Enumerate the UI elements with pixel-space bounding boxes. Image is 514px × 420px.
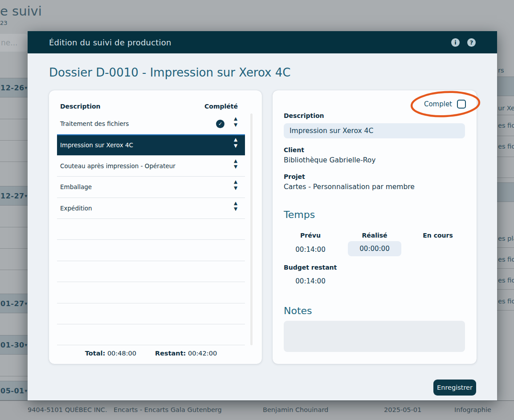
actual-time-input[interactable] <box>348 241 401 256</box>
planned-column-header: Prévu <box>284 232 337 239</box>
row-divider <box>0 248 28 249</box>
row-divider <box>0 270 28 270</box>
background-page-title: e suivi <box>0 4 42 19</box>
row-divider <box>0 227 28 227</box>
move-up-button[interactable]: ▲ <box>234 116 237 121</box>
row-divider <box>0 119 28 119</box>
list-item-empty <box>57 324 245 345</box>
date-group-label: 01-30 <box>0 341 24 349</box>
step-label: Impression sur Xerox 4C <box>57 141 133 149</box>
chevron-down-icon: ▾ <box>24 301 27 307</box>
move-down-button[interactable]: ▼ <box>234 206 237 212</box>
move-down-button[interactable]: ▼ <box>234 122 237 128</box>
edit-tracking-dialog: Édition du suivi de production i ? Dossi… <box>28 31 497 400</box>
date-group-row <box>496 182 514 202</box>
cell-company: 9404-5101 QUÉBEC INC. <box>28 406 107 413</box>
date-group-row[interactable]: 01-27 ▾ <box>0 294 28 313</box>
table-cell-fragment: es fich <box>498 298 514 305</box>
row-divider <box>496 136 514 136</box>
list-item[interactable]: Traitement des fichiers ✓ ▲ ▼ <box>57 113 245 134</box>
remaining-time: Restant: 00:42:00 <box>155 350 217 357</box>
move-up-button[interactable]: ▲ <box>234 201 237 206</box>
move-up-button[interactable]: ▲ <box>234 158 237 164</box>
notes-textarea[interactable] <box>284 321 465 352</box>
chevron-down-icon: ▾ <box>24 85 27 91</box>
move-down-button[interactable]: ▼ <box>234 164 237 170</box>
table-cell-fragment: es pla <box>498 235 514 242</box>
remaining-label: Restant: <box>155 350 186 357</box>
move-up-button[interactable]: ▲ <box>234 179 237 185</box>
table-cell-fragment: ur Xer <box>498 105 514 112</box>
step-label: Traitement des fichiers <box>57 120 129 127</box>
chevron-down-icon: ▾ <box>24 193 27 199</box>
date-group-row[interactable]: 12-27 ▾ <box>0 186 28 206</box>
list-item-empty <box>57 303 245 324</box>
remaining-value: 00:42:00 <box>188 350 217 357</box>
step-label: Couteau après impression - Opérateur <box>57 162 175 170</box>
table-cell-fragment: es fich <box>498 122 514 129</box>
step-label: Expédition <box>57 205 92 212</box>
table-row: 9404-5101 QUÉBEC INC. Encarts - Encarts … <box>0 400 514 420</box>
cell-person: Benjamin Chouinard <box>263 406 328 413</box>
notes-section-heading: Notes <box>284 305 312 316</box>
cell-date: 2025-05-01 <box>384 406 421 413</box>
date-group-row[interactable]: 12-26 ▾ <box>0 78 28 97</box>
list-item-selected[interactable]: Impression sur Xerox 4C ▲ ▼ <box>57 134 245 155</box>
column-header-complete: Complété <box>204 103 238 110</box>
table-cell-fragment: es fich <box>498 256 514 263</box>
cell-project: Encarts - Encarts Gala Gutenberg <box>114 406 222 413</box>
in-progress-column-header: En cours <box>411 232 465 239</box>
page-title: Dossier D-0010 - Impression sur Xerox 4C <box>49 66 290 79</box>
details-panel: Complet Description Client Bibliothèque … <box>273 90 477 364</box>
list-item-empty <box>57 282 245 303</box>
time-section-heading: Temps <box>284 209 315 220</box>
row-divider <box>0 162 28 162</box>
background-search-input[interactable] <box>0 34 28 52</box>
save-button[interactable]: Enregistrer <box>433 380 476 396</box>
list-item[interactable]: Couteau après impression - Opérateur ▲ ▼ <box>57 156 245 177</box>
list-item[interactable]: Expédition ▲ ▼ <box>57 198 245 219</box>
column-header-description: Description <box>60 103 101 110</box>
total-label: Total: <box>85 350 105 357</box>
project-value: Cartes - Personnalisation par membre <box>284 183 415 191</box>
list-item-empty <box>57 261 245 282</box>
date-group-label: 12-26 <box>0 84 24 92</box>
client-value: Bibliothèque Gabrielle-Roy <box>284 156 375 164</box>
table-cell-fragment: es fich <box>498 277 514 284</box>
scrollbar[interactable] <box>250 113 253 345</box>
date-group-label: 05-01 <box>0 387 24 395</box>
planned-time-value: 00:14:00 <box>284 246 337 254</box>
row-divider <box>496 310 514 311</box>
actual-column-header: Réalisé <box>348 232 401 239</box>
row-divider <box>496 247 514 248</box>
row-divider <box>496 157 514 157</box>
steps-panel: Description Complété Traitement des fich… <box>49 90 262 364</box>
row-divider <box>496 115 514 115</box>
step-label: Emballage <box>57 183 92 190</box>
dialog-header: Édition du suivi de production i ? <box>28 31 497 53</box>
help-icon[interactable]: ? <box>467 38 476 47</box>
info-icon[interactable]: i <box>451 38 460 47</box>
row-divider <box>0 376 28 376</box>
list-item[interactable]: Emballage ▲ ▼ <box>57 177 245 198</box>
description-input[interactable] <box>284 123 465 138</box>
move-up-button[interactable]: ▲ <box>234 137 237 142</box>
date-group-row[interactable]: 01-30 ▾ <box>0 335 28 355</box>
table-cell-fragment: rs <box>498 67 504 74</box>
row-divider <box>496 289 514 290</box>
date-group-label: 12-27 <box>0 192 24 200</box>
background-page-count: 23 <box>0 20 8 26</box>
row-divider <box>496 268 514 269</box>
list-item-empty <box>57 219 245 240</box>
date-group-row <box>496 77 514 96</box>
move-down-button[interactable]: ▼ <box>234 143 237 149</box>
row-divider <box>496 178 514 178</box>
date-group-row[interactable]: 05-01 ▾ <box>0 381 28 400</box>
complete-checkbox[interactable] <box>457 100 466 109</box>
budget-remaining-label: Budget restant <box>284 264 337 271</box>
total-time: Total: 00:48:00 <box>85 350 136 357</box>
cell-department: Infographie <box>454 406 491 413</box>
table-cell-fragment: es fich <box>498 143 514 150</box>
move-down-button[interactable]: ▼ <box>234 186 237 191</box>
complete-label: Complet <box>424 100 452 108</box>
